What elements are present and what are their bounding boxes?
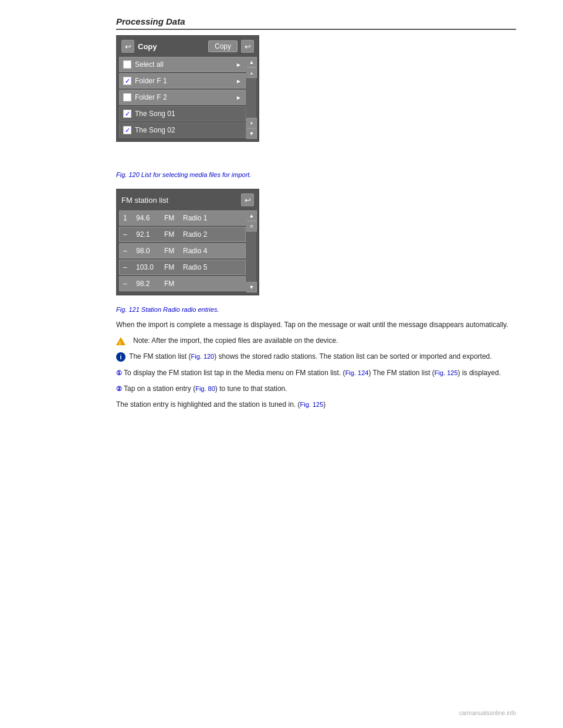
copy-widget: ↩ Copy Copy ↩ Select all ► Folder F 1 ► …: [116, 35, 259, 142]
list-item[interactable]: Folder F 1 ►: [119, 73, 246, 89]
body-paragraph-4: The station entry is highlighted and the…: [116, 399, 516, 410]
fm-freq-2: 92.1: [136, 230, 160, 239]
copy-back-icon[interactable]: ↩: [121, 40, 134, 53]
fm-scroll-track: [246, 232, 256, 282]
fm-header: FM station list ↩: [119, 192, 256, 208]
fm-band-4: FM: [164, 263, 178, 271]
body-paragraph-2: ① To display the FM station list tap in …: [116, 368, 516, 379]
list-item[interactable]: – 92.1 FM Radio 2: [119, 227, 246, 242]
fm-num-2: –: [123, 230, 131, 239]
row-label-select-all: Select all: [135, 60, 233, 69]
fm-name-2: Radio 2: [183, 230, 242, 239]
fm-band-3: FM: [164, 247, 178, 255]
fm-list: 1 94.6 FM Radio 1 – 92.1 FM Radio 2 – 98…: [119, 210, 246, 292]
caption-fm: Fig. 121 Station Radio radio entries.: [116, 305, 219, 314]
body-paragraph-info: i The FM station list (Fig. 120) shows t…: [116, 351, 516, 362]
watermark-text: carmanualsonline.info: [459, 710, 516, 716]
checkbox-song-01[interactable]: [123, 110, 131, 118]
list-item[interactable]: The Song 01: [119, 106, 246, 121]
fm-title: FM station list: [121, 196, 241, 205]
copy-return-icon[interactable]: ↩: [241, 40, 254, 53]
fm-scrollbar: ▲ ≡ ▼: [246, 210, 256, 292]
row-label-folder-f2: Folder F 2: [135, 93, 233, 101]
scroll-down-small-button[interactable]: ▾: [246, 118, 257, 128]
page-title: Processing Data: [116, 16, 185, 26]
row-arrow-select-all: ►: [236, 62, 242, 68]
copy-body: Select all ► Folder F 1 ► Folder F 2 ► T…: [119, 57, 256, 139]
fm-widget: FM station list ↩ 1 94.6 FM Radio 1 – 92…: [116, 189, 259, 295]
copy-button[interactable]: Copy: [208, 40, 238, 52]
fm-num-5: –: [123, 280, 131, 288]
fm-num-1: 1: [123, 214, 131, 222]
row-arrow-folder-f2: ►: [236, 94, 242, 101]
body-text: When the import is complete a message is…: [116, 319, 516, 415]
list-item[interactable]: The Song 02: [119, 123, 246, 138]
fm-freq-5: 98.2: [136, 280, 160, 288]
fm-freq-1: 94.6: [136, 214, 160, 222]
checkbox-select-all[interactable]: [123, 60, 131, 69]
fm-name-3: Radio 4: [183, 247, 242, 255]
fm-return-icon[interactable]: ↩: [241, 193, 254, 206]
copy-scrollbar: ▲ ▴ ▾ ▼: [246, 57, 256, 139]
fig-ref-124[interactable]: Fig. 124: [345, 369, 369, 376]
fm-freq-3: 98.0: [136, 247, 160, 255]
fig-ref-80[interactable]: Fig. 80: [195, 385, 215, 392]
checkbox-folder-f1[interactable]: [123, 77, 131, 85]
fm-num-3: –: [123, 247, 131, 255]
scroll-down-button[interactable]: ▼: [246, 128, 257, 139]
fm-band-5: FM: [164, 280, 178, 288]
list-item[interactable]: – 98.2 FM: [119, 276, 246, 291]
fig-ref-120[interactable]: Fig. 120: [191, 353, 214, 360]
scroll-up-small-button[interactable]: ▴: [246, 67, 257, 78]
fig-ref-125a[interactable]: Fig. 125: [435, 369, 458, 376]
scroll-track: [246, 78, 256, 118]
fm-body: 1 94.6 FM Radio 1 – 92.1 FM Radio 2 – 98…: [119, 210, 256, 292]
body-paragraph-warn: Note: After the import, the copied files…: [116, 335, 516, 346]
row-arrow-folder-f1: ►: [236, 78, 242, 84]
step-circle-2: ②: [116, 385, 122, 392]
caption-copy: Fig. 120 List for selecting media files …: [116, 170, 251, 179]
list-item[interactable]: – 98.0 FM Radio 4: [119, 243, 246, 258]
info-icon: i: [116, 352, 126, 362]
fm-name-1: Radio 1: [183, 214, 242, 222]
step-circle-1: ①: [116, 369, 122, 376]
row-label-folder-f1: Folder F 1: [135, 77, 233, 85]
checkbox-folder-f2[interactable]: [123, 93, 131, 101]
row-label-song-02: The Song 02: [135, 126, 242, 134]
fm-num-4: –: [123, 263, 131, 271]
checkbox-song-02[interactable]: [123, 126, 131, 134]
copy-widget-label: Copy: [138, 42, 205, 51]
fm-scroll-up-button[interactable]: ▲: [246, 210, 257, 221]
list-item[interactable]: Folder F 2 ►: [119, 90, 246, 105]
list-item[interactable]: Select all ►: [119, 57, 246, 72]
fm-band-1: FM: [164, 214, 178, 222]
page-title-bar: Processing Data: [116, 16, 516, 30]
fm-band-2: FM: [164, 230, 178, 239]
fig-ref-125b[interactable]: Fig. 125: [300, 401, 324, 408]
warning-icon: [116, 337, 126, 345]
copy-list: Select all ► Folder F 1 ► Folder F 2 ► T…: [119, 57, 246, 139]
fm-name-4: Radio 5: [183, 263, 242, 271]
caption-copy-text: Fig. 120 List for selecting media files …: [116, 171, 251, 178]
list-item[interactable]: 1 94.6 FM Radio 1: [119, 210, 246, 226]
watermark: carmanualsonline.info: [459, 710, 516, 716]
list-item[interactable]: – 103.0 FM Radio 5: [119, 260, 246, 275]
caption-fm-text: Fig. 121 Station Radio radio entries.: [116, 306, 219, 313]
copy-widget-header: ↩ Copy Copy ↩: [119, 38, 256, 55]
row-label-song-01: The Song 01: [135, 110, 242, 118]
fm-scroll-down-button[interactable]: ▼: [246, 282, 257, 292]
body-paragraph-3: ② Tap on a station entry (Fig. 80) to tu…: [116, 383, 516, 394]
scroll-up-button[interactable]: ▲: [246, 57, 257, 67]
body-paragraph-1: When the import is complete a message is…: [116, 319, 516, 331]
fm-freq-4: 103.0: [136, 263, 160, 271]
fm-scroll-menu-button[interactable]: ≡: [246, 221, 257, 232]
